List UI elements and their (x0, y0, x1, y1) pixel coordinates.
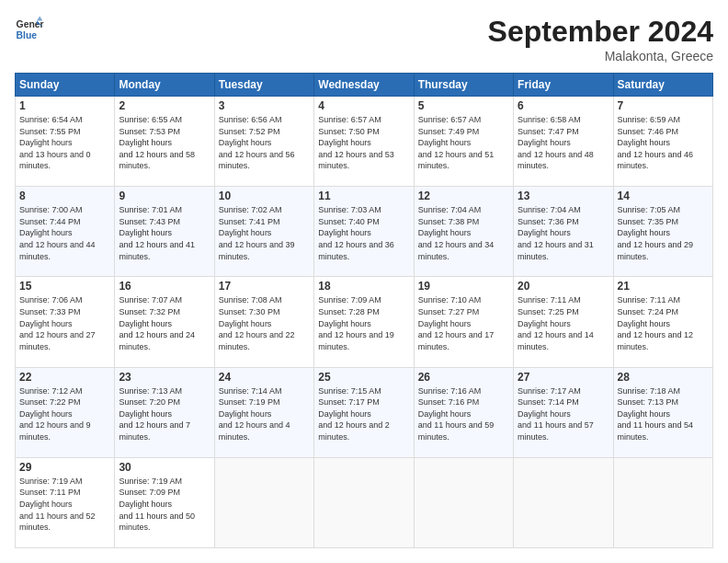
day-cell-7: 7 Sunrise: 6:59 AM Sunset: 7:46 PM Dayli… (613, 97, 712, 187)
day-cell-14: 14 Sunrise: 7:05 AM Sunset: 7:35 PM Dayl… (613, 187, 712, 277)
day-info: Sunrise: 7:11 AM Sunset: 7:25 PM Dayligh… (518, 294, 609, 352)
day-info: Sunrise: 7:18 AM Sunset: 7:13 PM Dayligh… (618, 385, 709, 443)
day-number: 2 (119, 99, 210, 112)
day-number: 10 (219, 190, 310, 202)
page: General Blue September 2024 Malakonta, G… (0, 0, 728, 563)
day-info: Sunrise: 7:04 AM Sunset: 7:36 PM Dayligh… (518, 204, 609, 262)
day-cell-1: 1 Sunrise: 6:54 AM Sunset: 7:55 PM Dayli… (16, 97, 115, 187)
day-number: 30 (119, 461, 210, 474)
day-cell-4: 4 Sunrise: 6:57 AM Sunset: 7:50 PM Dayli… (314, 97, 414, 187)
week-row-4: 22 Sunrise: 7:12 AM Sunset: 7:22 PM Dayl… (16, 367, 713, 457)
day-number: 11 (318, 190, 409, 202)
empty-cell (414, 457, 513, 547)
day-cell-25: 25 Sunrise: 7:15 AM Sunset: 7:17 PM Dayl… (314, 367, 414, 457)
day-cell-19: 19 Sunrise: 7:10 AM Sunset: 7:27 PM Dayl… (414, 277, 513, 367)
day-cell-8: 8 Sunrise: 7:00 AM Sunset: 7:44 PM Dayli… (16, 187, 115, 277)
day-cell-17: 17 Sunrise: 7:08 AM Sunset: 7:30 PM Dayl… (214, 277, 313, 367)
day-info: Sunrise: 7:05 AM Sunset: 7:35 PM Dayligh… (618, 204, 709, 262)
day-cell-23: 23 Sunrise: 7:13 AM Sunset: 7:20 PM Dayl… (115, 367, 214, 457)
day-cell-2: 2 Sunrise: 6:55 AM Sunset: 7:53 PM Dayli… (115, 97, 214, 187)
day-number: 26 (418, 371, 509, 384)
day-info: Sunrise: 7:03 AM Sunset: 7:40 PM Dayligh… (318, 204, 409, 262)
day-cell-13: 13 Sunrise: 7:04 AM Sunset: 7:36 PM Dayl… (514, 187, 613, 277)
day-info: Sunrise: 6:58 AM Sunset: 7:47 PM Dayligh… (518, 114, 609, 172)
day-info: Sunrise: 6:59 AM Sunset: 7:46 PM Dayligh… (618, 114, 709, 172)
location: Malakonta, Greece (488, 49, 713, 63)
calendar-body: 1 Sunrise: 6:54 AM Sunset: 7:55 PM Dayli… (16, 97, 713, 548)
empty-cell (613, 457, 712, 547)
day-number: 27 (518, 371, 609, 384)
day-info: Sunrise: 6:57 AM Sunset: 7:49 PM Dayligh… (418, 114, 509, 172)
day-cell-26: 26 Sunrise: 7:16 AM Sunset: 7:16 PM Dayl… (414, 367, 513, 457)
weekday-thursday: Thursday (414, 74, 513, 97)
day-info: Sunrise: 7:04 AM Sunset: 7:38 PM Dayligh… (418, 204, 509, 262)
week-row-2: 8 Sunrise: 7:00 AM Sunset: 7:44 PM Dayli… (16, 187, 713, 277)
day-cell-20: 20 Sunrise: 7:11 AM Sunset: 7:25 PM Dayl… (514, 277, 613, 367)
day-number: 23 (119, 371, 210, 384)
day-number: 20 (518, 280, 609, 293)
day-info: Sunrise: 7:13 AM Sunset: 7:20 PM Dayligh… (119, 385, 210, 443)
day-cell-18: 18 Sunrise: 7:09 AM Sunset: 7:28 PM Dayl… (314, 277, 414, 367)
svg-marker-3 (37, 17, 42, 21)
day-cell-12: 12 Sunrise: 7:04 AM Sunset: 7:38 PM Dayl… (414, 187, 513, 277)
day-cell-22: 22 Sunrise: 7:12 AM Sunset: 7:22 PM Dayl… (16, 367, 115, 457)
title-block: September 2024 Malakonta, Greece (488, 15, 713, 63)
day-number: 1 (19, 99, 110, 112)
day-info: Sunrise: 6:55 AM Sunset: 7:53 PM Dayligh… (119, 114, 210, 172)
day-cell-9: 9 Sunrise: 7:01 AM Sunset: 7:43 PM Dayli… (115, 187, 214, 277)
week-row-1: 1 Sunrise: 6:54 AM Sunset: 7:55 PM Dayli… (16, 97, 713, 187)
weekday-sunday: Sunday (16, 74, 115, 97)
day-number: 5 (418, 99, 509, 112)
logo: General Blue (15, 15, 44, 44)
day-cell-15: 15 Sunrise: 7:06 AM Sunset: 7:33 PM Dayl… (16, 277, 115, 367)
day-cell-10: 10 Sunrise: 7:02 AM Sunset: 7:41 PM Dayl… (214, 187, 313, 277)
day-info: Sunrise: 7:09 AM Sunset: 7:28 PM Dayligh… (318, 294, 409, 352)
day-info: Sunrise: 7:07 AM Sunset: 7:32 PM Dayligh… (119, 294, 210, 352)
weekday-header: SundayMondayTuesdayWednesdayThursdayFrid… (16, 74, 713, 97)
weekday-wednesday: Wednesday (314, 74, 414, 97)
day-info: Sunrise: 7:08 AM Sunset: 7:30 PM Dayligh… (219, 294, 310, 352)
day-info: Sunrise: 7:12 AM Sunset: 7:22 PM Dayligh… (19, 385, 110, 443)
day-number: 22 (19, 371, 110, 384)
day-cell-11: 11 Sunrise: 7:03 AM Sunset: 7:40 PM Dayl… (314, 187, 414, 277)
week-row-3: 15 Sunrise: 7:06 AM Sunset: 7:33 PM Dayl… (16, 277, 713, 367)
day-info: Sunrise: 7:15 AM Sunset: 7:17 PM Dayligh… (318, 385, 409, 443)
day-info: Sunrise: 7:19 AM Sunset: 7:11 PM Dayligh… (19, 476, 110, 534)
day-number: 3 (219, 99, 310, 112)
day-info: Sunrise: 7:16 AM Sunset: 7:16 PM Dayligh… (418, 385, 509, 443)
weekday-monday: Monday (115, 74, 214, 97)
day-number: 13 (518, 190, 609, 202)
day-number: 8 (19, 190, 110, 202)
header: General Blue September 2024 Malakonta, G… (15, 15, 713, 63)
day-info: Sunrise: 7:14 AM Sunset: 7:19 PM Dayligh… (219, 385, 310, 443)
day-number: 6 (518, 99, 609, 112)
day-info: Sunrise: 7:00 AM Sunset: 7:44 PM Dayligh… (19, 204, 110, 262)
day-cell-21: 21 Sunrise: 7:11 AM Sunset: 7:24 PM Dayl… (613, 277, 712, 367)
weekday-friday: Friday (514, 74, 613, 97)
day-cell-16: 16 Sunrise: 7:07 AM Sunset: 7:32 PM Dayl… (115, 277, 214, 367)
day-number: 28 (618, 371, 709, 384)
day-info: Sunrise: 7:06 AM Sunset: 7:33 PM Dayligh… (19, 294, 110, 352)
day-cell-30: 30 Sunrise: 7:19 AM Sunset: 7:09 PM Dayl… (115, 457, 214, 547)
day-cell-5: 5 Sunrise: 6:57 AM Sunset: 7:49 PM Dayli… (414, 97, 513, 187)
day-cell-3: 3 Sunrise: 6:56 AM Sunset: 7:52 PM Dayli… (214, 97, 313, 187)
day-info: Sunrise: 7:19 AM Sunset: 7:09 PM Dayligh… (119, 476, 210, 534)
day-cell-28: 28 Sunrise: 7:18 AM Sunset: 7:13 PM Dayl… (613, 367, 712, 457)
day-number: 21 (618, 280, 709, 293)
day-number: 14 (618, 190, 709, 202)
svg-text:Blue: Blue (17, 30, 38, 40)
day-info: Sunrise: 6:56 AM Sunset: 7:52 PM Dayligh… (219, 114, 310, 172)
day-number: 17 (219, 280, 310, 293)
day-info: Sunrise: 7:17 AM Sunset: 7:14 PM Dayligh… (518, 385, 609, 443)
day-info: Sunrise: 6:57 AM Sunset: 7:50 PM Dayligh… (318, 114, 409, 172)
month-title: September 2024 (488, 15, 713, 49)
day-number: 4 (318, 99, 409, 112)
day-info: Sunrise: 7:01 AM Sunset: 7:43 PM Dayligh… (119, 204, 210, 262)
weekday-tuesday: Tuesday (214, 74, 313, 97)
day-number: 15 (19, 280, 110, 293)
day-info: Sunrise: 7:10 AM Sunset: 7:27 PM Dayligh… (418, 294, 509, 352)
calendar: SundayMondayTuesdayWednesdayThursdayFrid… (15, 73, 713, 548)
empty-cell (214, 457, 313, 547)
week-row-5: 29 Sunrise: 7:19 AM Sunset: 7:11 PM Dayl… (16, 457, 713, 547)
day-number: 18 (318, 280, 409, 293)
